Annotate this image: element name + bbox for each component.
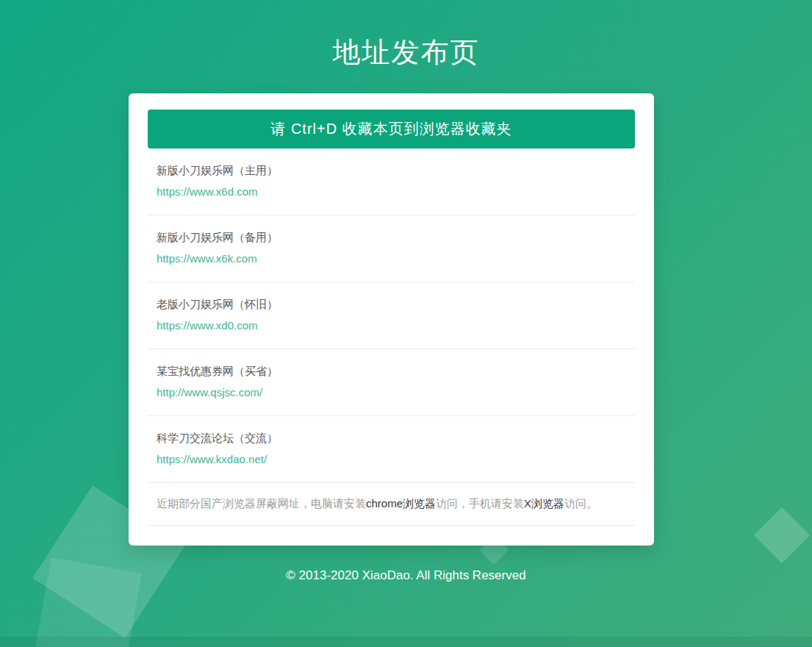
site-name: 某宝找优惠券网（买省） [157,365,626,376]
site-link[interactable]: https://www.x6d.com [157,186,258,197]
site-link[interactable]: https://www.kxdao.net/ [157,454,267,465]
site-item: 新版小刀娱乐网（备用） https://www.x6k.com [148,215,635,282]
address-publish-page: { "page": { "title": "地址发布页", "banner": … [0,0,812,647]
links-card: 请 Ctrl+D 收藏本页到浏览器收藏夹 新版小刀娱乐网（主用） https:/… [129,93,654,546]
page-content: 地址发布页 请 Ctrl+D 收藏本页到浏览器收藏夹 新版小刀娱乐网（主用） h… [0,0,812,583]
site-item: 某宝找优惠券网（买省） http://www.qsjsc.com/ [148,349,635,416]
notice-text: 近期部分国产浏览器屏蔽网址，电脑请安装 [157,497,366,510]
site-link[interactable]: https://www.xd0.com [157,320,258,331]
site-link[interactable]: https://www.x6k.com [157,253,257,264]
page-title: 地址发布页 [0,0,812,71]
bookmark-banner: 请 Ctrl+D 收藏本页到浏览器收藏夹 [148,110,635,149]
notice-text: 访问，手机请安装 [436,497,524,510]
site-name: 科学刀交流论坛（交流） [157,432,626,443]
browser-notice: 近期部分国产浏览器屏蔽网址，电脑请安装chrome浏览器访问，手机请安装X浏览器… [148,483,635,526]
site-name: 老版小刀娱乐网（怀旧） [157,299,626,310]
notice-text: 访问。 [564,497,597,510]
notice-highlight-xbrowser: X浏览器 [524,497,564,510]
site-name: 新版小刀娱乐网（主用） [157,165,626,176]
site-item: 老版小刀娱乐网（怀旧） https://www.xd0.com [148,282,635,349]
site-item: 科学刀交流论坛（交流） https://www.kxdao.net/ [148,416,635,483]
site-item: 新版小刀娱乐网（主用） https://www.x6d.com [148,149,635,215]
copyright-footer: © 2013-2020 XiaoDao. All Rights Reserved [0,568,812,583]
notice-highlight-chrome: chrome浏览器 [366,497,436,510]
site-name: 新版小刀娱乐网（备用） [157,232,626,243]
bottom-shade-strip [0,637,812,647]
site-link[interactable]: http://www.qsjsc.com/ [157,387,262,398]
